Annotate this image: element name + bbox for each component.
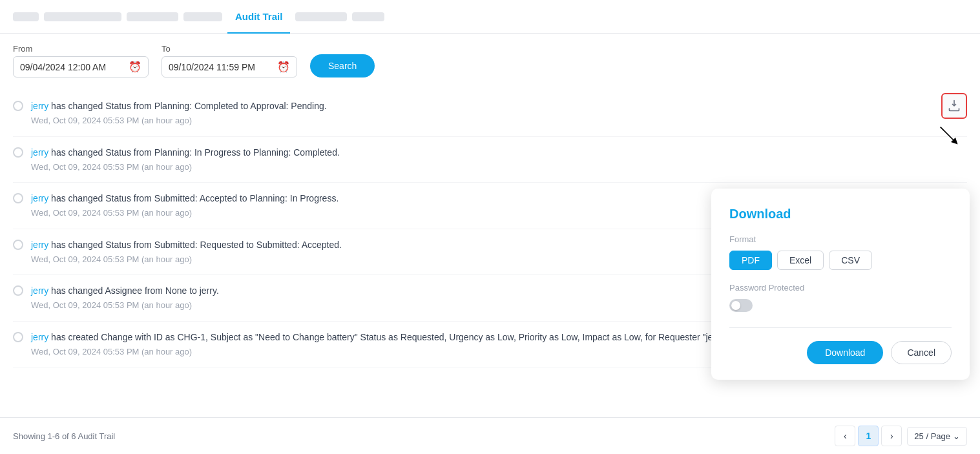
audit-user-2[interactable]: jerry bbox=[31, 193, 48, 203]
download-file-icon bbox=[948, 99, 961, 112]
dialog-divider bbox=[729, 327, 952, 328]
to-date-input[interactable] bbox=[169, 62, 272, 72]
main-content: jerry has changed Status from Planning: … bbox=[0, 85, 980, 408]
search-button[interactable]: Search bbox=[310, 54, 375, 77]
from-date-wrapper[interactable]: ⏰ bbox=[13, 56, 149, 77]
dialog-title: Download bbox=[729, 207, 952, 222]
audit-text-2: jerry has changed Status from Submitted:… bbox=[31, 192, 339, 220]
to-field: To ⏰ bbox=[162, 44, 297, 77]
dialog-download-button[interactable]: Download bbox=[807, 341, 883, 364]
tab-placeholder-6 bbox=[352, 12, 384, 21]
filter-row: From ⏰ To ⏰ Search bbox=[0, 34, 980, 85]
audit-user-4[interactable]: jerry bbox=[31, 285, 48, 296]
to-label: To bbox=[162, 44, 297, 54]
format-btn-csv[interactable]: CSV bbox=[829, 251, 872, 270]
download-icon-button[interactable] bbox=[941, 93, 967, 119]
audit-text-0: jerry has changed Status from Planning: … bbox=[31, 99, 327, 127]
audit-item: jerry has changed Status from Planning: … bbox=[13, 90, 967, 137]
audit-radio-1[interactable] bbox=[13, 147, 23, 158]
audit-time-5: Wed, Oct 09, 2024 05:53 PM (an hour ago) bbox=[31, 346, 729, 358]
toggle-wrapper bbox=[729, 299, 952, 312]
audit-time-3: Wed, Oct 09, 2024 05:53 PM (an hour ago) bbox=[31, 253, 342, 266]
svg-line-1 bbox=[941, 127, 955, 142]
to-clock-icon[interactable]: ⏰ bbox=[277, 61, 290, 73]
audit-user-1[interactable]: jerry bbox=[31, 147, 48, 158]
from-clock-icon[interactable]: ⏰ bbox=[129, 61, 141, 73]
audit-radio-0[interactable] bbox=[13, 101, 23, 111]
tab-bar: Audit Trail bbox=[0, 0, 980, 34]
audit-msg-4: has changed Assignee from None to jerry. bbox=[48, 285, 219, 296]
password-section: Password Protected bbox=[729, 283, 952, 312]
audit-radio-2[interactable] bbox=[13, 193, 23, 203]
audit-time-1: Wed, Oct 09, 2024 05:53 PM (an hour ago) bbox=[31, 161, 340, 174]
audit-radio-3[interactable] bbox=[13, 240, 23, 250]
audit-text-1: jerry has changed Status from Planning: … bbox=[31, 146, 340, 174]
arrow-indicator bbox=[936, 123, 962, 149]
format-buttons: PDFExcelCSV bbox=[729, 251, 952, 270]
audit-msg-3: has changed Status from Submitted: Reque… bbox=[48, 240, 342, 250]
from-field: From ⏰ bbox=[13, 44, 149, 77]
format-btn-pdf[interactable]: PDF bbox=[729, 251, 772, 270]
audit-radio-5[interactable] bbox=[13, 332, 23, 342]
audit-msg-1: has changed Status from Planning: In Pro… bbox=[48, 147, 340, 158]
audit-radio-4[interactable] bbox=[13, 285, 23, 296]
audit-text-3: jerry has changed Status from Submitted:… bbox=[31, 238, 342, 266]
tab-placeholder-4 bbox=[183, 12, 222, 21]
audit-msg-2: has changed Status from Submitted: Accep… bbox=[48, 193, 339, 203]
tab-placeholder-5 bbox=[295, 12, 347, 21]
audit-user-0[interactable]: jerry bbox=[31, 101, 48, 111]
to-date-wrapper[interactable]: ⏰ bbox=[162, 56, 297, 77]
audit-user-5[interactable]: jerry bbox=[31, 332, 48, 342]
download-dialog: Download Format PDFExcelCSV Password Pro… bbox=[711, 189, 970, 380]
audit-text-5: jerry has created Change with ID as CHG-… bbox=[31, 331, 729, 358]
tab-placeholder-2 bbox=[44, 12, 121, 21]
audit-user-3[interactable]: jerry bbox=[31, 240, 48, 250]
format-btn-excel[interactable]: Excel bbox=[777, 251, 824, 270]
password-label: Password Protected bbox=[729, 283, 952, 293]
password-toggle[interactable] bbox=[729, 299, 753, 312]
from-label: From bbox=[13, 44, 149, 54]
audit-msg-0: has changed Status from Planning: Comple… bbox=[48, 101, 326, 111]
audit-time-2: Wed, Oct 09, 2024 05:53 PM (an hour ago) bbox=[31, 207, 339, 220]
tab-audit-trail[interactable]: Audit Trail bbox=[227, 1, 290, 34]
audit-msg-5: has created Change with ID as CHG-1, Sub… bbox=[48, 332, 729, 342]
audit-time-4: Wed, Oct 09, 2024 05:53 PM (an hour ago) bbox=[31, 299, 219, 312]
format-label: Format bbox=[729, 234, 952, 244]
audit-item: jerry has changed Status from Planning: … bbox=[13, 137, 967, 183]
audit-time-0: Wed, Oct 09, 2024 05:53 PM (an hour ago) bbox=[31, 114, 327, 127]
from-date-input[interactable] bbox=[20, 62, 123, 72]
dialog-actions: Download Cancel bbox=[729, 341, 952, 364]
tab-placeholder-1 bbox=[13, 12, 39, 21]
audit-text-4: jerry has changed Assignee from None to … bbox=[31, 284, 219, 312]
toggle-slider bbox=[729, 299, 753, 312]
tab-placeholder-3 bbox=[127, 12, 178, 21]
dialog-cancel-button[interactable]: Cancel bbox=[891, 341, 952, 364]
